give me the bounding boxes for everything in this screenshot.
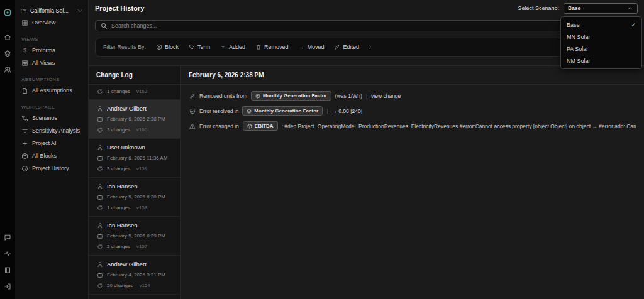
app-logo-icon[interactable] xyxy=(3,8,13,18)
activity-icon[interactable] xyxy=(3,249,13,259)
calendar-icon xyxy=(96,155,103,161)
search-input[interactable]: Search changes... xyxy=(95,20,638,31)
changes-counter-icon xyxy=(96,165,103,172)
feedback-icon[interactable] xyxy=(3,232,13,242)
folder-icon xyxy=(20,8,27,14)
detail-body: Removed units from Monthly Generation Fa… xyxy=(181,85,644,137)
sidebar-item-all-views[interactable]: All Views xyxy=(20,57,83,69)
block-badge[interactable]: Monthly Generation Factor xyxy=(251,91,331,101)
blocks-icon xyxy=(21,153,28,160)
logout-icon[interactable] xyxy=(3,281,13,291)
person-icon xyxy=(96,144,103,151)
block-icon xyxy=(155,44,162,51)
calendar-icon xyxy=(96,271,103,278)
sidebar-item-label: All Assumptions xyxy=(32,87,72,94)
changes-counter-icon xyxy=(96,204,103,211)
sidebar-item-proforma[interactable]: $ Proforma xyxy=(20,44,83,57)
block-badge[interactable]: EBITDA xyxy=(243,121,278,131)
section-title-assumptions: ASSUMPTIONS xyxy=(21,77,83,82)
views-icon xyxy=(21,60,28,67)
sidebar-item-label: Sensitivity Analysis xyxy=(32,128,80,134)
filter-button-removed[interactable]: Removed xyxy=(255,44,289,51)
change-row-error-changed: Error changed in EBITDA : #dep Project_O… xyxy=(189,121,636,131)
warning-icon xyxy=(189,122,196,129)
sparkle-icon xyxy=(21,140,28,147)
content-panels: Change Log 1 changes v162 xyxy=(89,65,644,299)
sidebar-item-all-blocks[interactable]: All Blocks xyxy=(20,150,83,162)
block-icon xyxy=(255,94,260,99)
sidebar-item-label: Project AI xyxy=(32,140,57,146)
filter-label: Filter Results By: xyxy=(103,44,146,50)
filter-button-added[interactable]: + Added xyxy=(219,44,245,51)
filter-button-edited[interactable]: Edited xyxy=(334,44,360,51)
search-placeholder: Search changes... xyxy=(111,23,157,29)
separator: | xyxy=(326,108,328,114)
sidebar-item-project-history[interactable]: Project History xyxy=(20,162,83,175)
log-entry[interactable]: Ian Hansen February 5, 2026 8:30 PM xyxy=(89,178,180,217)
clock-icon xyxy=(21,165,28,172)
section-title-views: VIEWS xyxy=(21,36,83,42)
sidebar-item-label: Overview xyxy=(32,19,56,26)
sidebar-item-overview[interactable]: Overview xyxy=(20,16,83,29)
sliders-icon xyxy=(21,128,28,134)
grid-icon xyxy=(21,19,28,26)
branch-icon xyxy=(21,115,28,122)
icon-rail xyxy=(0,0,15,299)
chevron-up-icon xyxy=(626,5,633,12)
person-icon xyxy=(96,261,103,268)
view-change-link[interactable]: view change xyxy=(371,93,401,99)
log-entry[interactable]: Ian Hansen February 5, 2026 8:29 PM xyxy=(89,217,180,256)
changes-counter-icon xyxy=(96,243,103,250)
trash-icon xyxy=(255,44,262,51)
log-entry[interactable]: Andrew Gilbert xyxy=(89,295,180,299)
sidebar-item-label: Scenarios xyxy=(32,115,57,121)
sidebar-item-scenarios[interactable]: Scenarios xyxy=(20,112,83,124)
filter-button-term[interactable]: Term xyxy=(188,44,210,51)
filter-button-block[interactable]: Block xyxy=(155,44,179,51)
separator: | xyxy=(366,93,367,99)
docs-icon[interactable] xyxy=(3,265,13,275)
menu-item-pa-solar[interactable]: PA Solar xyxy=(561,43,641,55)
sidebar-item-sensitivity-analysis[interactable]: Sensitivity Analysis xyxy=(20,124,83,137)
main-area: Project History Select Scenario: Base Ba… xyxy=(89,0,644,299)
project-name: California Sol... xyxy=(30,8,69,14)
calendar-icon xyxy=(96,193,103,200)
pencil-icon xyxy=(189,92,196,99)
project-selector[interactable]: California Sol... xyxy=(20,5,83,16)
sidebar-item-all-assumptions[interactable]: All Assumptions xyxy=(20,84,83,97)
sidebar: California Sol... Overview VIEWS $ Profo… xyxy=(15,0,89,299)
filter-button-moved[interactable]: → Moved xyxy=(298,44,325,51)
value-change-link[interactable]: → 0.08 [240] xyxy=(331,108,362,114)
scenario-select[interactable]: Base xyxy=(564,3,638,14)
log-entry[interactable]: Andrew Gilbert February 4, 2026 3:21 PM xyxy=(89,256,180,295)
menu-item-mn-solar[interactable]: MN Solar xyxy=(561,31,641,43)
person-icon xyxy=(96,183,103,190)
layers-icon[interactable] xyxy=(3,48,13,58)
log-entry-partial[interactable]: 1 changes v162 xyxy=(89,85,180,100)
menu-item-nm-solar[interactable]: NM Solar xyxy=(561,55,641,67)
plus-icon: + xyxy=(219,44,226,51)
change-log-list: 1 changes v162 Andrew Gilbert xyxy=(89,85,180,299)
check-circle-icon xyxy=(189,107,196,114)
section-title-workspace: WORKSPACE xyxy=(21,104,83,110)
block-icon xyxy=(247,109,252,114)
tag-icon xyxy=(188,44,195,51)
log-entry[interactable]: User unknown February 6, 2026 11:36 AM xyxy=(89,139,180,178)
team-icon[interactable] xyxy=(3,65,13,75)
page-title: Project History xyxy=(95,4,144,12)
change-detail-panel: February 6, 2026 2:38 PM Removed units f… xyxy=(181,66,644,299)
search-icon xyxy=(101,23,108,30)
document-icon xyxy=(21,87,28,94)
log-entry[interactable]: Andrew Gilbert February 6, 2026 2:38 PM xyxy=(89,100,180,139)
calendar-icon xyxy=(96,232,103,239)
block-badge[interactable]: Monthly Generation Factor xyxy=(242,106,323,116)
home-icon[interactable] xyxy=(3,32,13,42)
app-window: California Sol... Overview VIEWS $ Profo… xyxy=(0,0,644,299)
chevron-right-icon[interactable] xyxy=(366,44,373,51)
block-icon xyxy=(247,124,252,129)
scenario-value: Base xyxy=(568,5,581,11)
sidebar-item-project-ai[interactable]: Project AI xyxy=(20,137,83,150)
calendar-icon xyxy=(96,116,103,122)
menu-item-base[interactable]: Base ✓ xyxy=(561,19,641,31)
change-log-panel: Change Log 1 changes v162 xyxy=(89,66,181,299)
